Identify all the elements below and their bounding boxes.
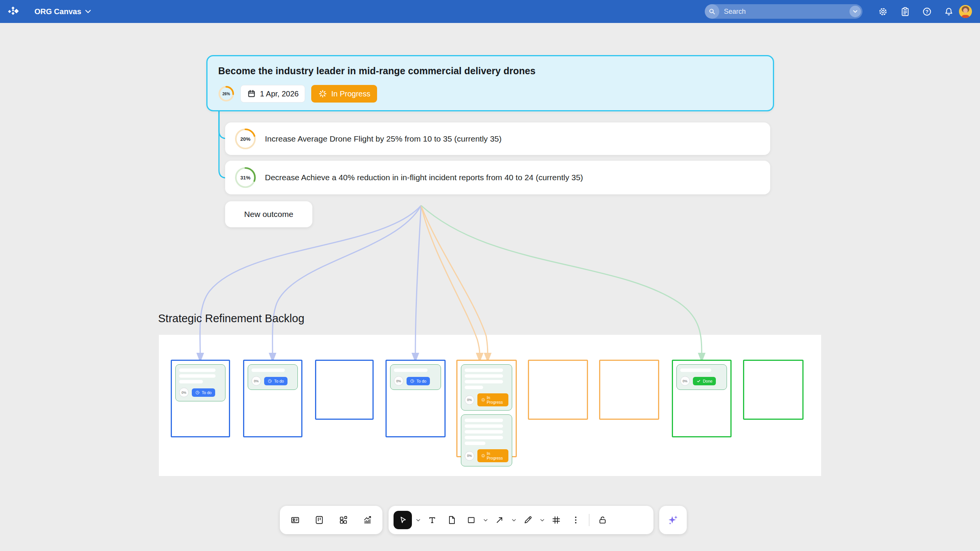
- tasks-clipboard-icon[interactable]: [900, 7, 910, 17]
- search-input[interactable]: [719, 8, 849, 16]
- backlog-card-5[interactable]: 0% In Progress 0% In Progress: [456, 360, 517, 457]
- clock-icon: [410, 379, 415, 383]
- chart-stats-icon[interactable]: [359, 512, 376, 528]
- item-progress-badge: 0%: [179, 388, 189, 397]
- shape-rectangle-icon[interactable]: [463, 512, 479, 528]
- outcome-card-2[interactable]: 31% Decrease Achieve a 40% reduction in …: [225, 161, 770, 194]
- placeholder-line: [465, 419, 503, 422]
- outcome-card-1[interactable]: 20% Increase Average Drone Flight by 25%…: [225, 122, 770, 155]
- backlog-card-2[interactable]: 0% To do: [243, 360, 302, 437]
- canvas-title-menu[interactable]: ORG Canvas: [34, 0, 91, 23]
- backlog-item[interactable]: 0% In Progress: [461, 414, 512, 466]
- backlog-card-6[interactable]: [528, 360, 588, 420]
- objective-due-date[interactable]: 1 Apr, 2026: [240, 85, 305, 103]
- backlog-card-8[interactable]: 0% Done: [672, 360, 732, 437]
- status-badge-todo[interactable]: To do: [192, 388, 215, 397]
- placeholder-line: [465, 368, 503, 372]
- backlog-card-3[interactable]: [315, 360, 374, 420]
- backlog-item[interactable]: 0% In Progress: [461, 364, 512, 411]
- placeholder-line: [465, 374, 503, 378]
- new-outcome-label: New outcome: [244, 210, 293, 219]
- placeholder-line: [394, 368, 428, 372]
- chevron-down-icon: [853, 10, 858, 13]
- cursor-select-icon[interactable]: [394, 511, 412, 529]
- backlog-card-1[interactable]: 0% To do: [171, 360, 230, 437]
- backlog-card-7[interactable]: [599, 360, 659, 420]
- objective-title: Become the industry leader in mid-range …: [218, 65, 762, 77]
- svg-text:31%: 31%: [240, 175, 251, 181]
- status-label: In Progress: [331, 90, 370, 98]
- toolbar-ai-group: [659, 506, 687, 534]
- item-footer: 0% In Progress: [465, 393, 508, 406]
- user-avatar[interactable]: [959, 5, 972, 18]
- placeholder-line: [465, 430, 503, 434]
- layout-blocks-icon[interactable]: [335, 512, 351, 528]
- placeholder-line: [179, 368, 216, 372]
- text-tool-icon[interactable]: [424, 512, 440, 528]
- backlog-section-title: Strategic Refinement Backlog: [158, 312, 304, 325]
- toolbar-tools-group: [389, 506, 653, 534]
- item-footer: 0% Done: [680, 376, 723, 386]
- kanban-board-icon[interactable]: [311, 512, 327, 528]
- cursor-options-chevron-icon[interactable]: [415, 519, 421, 522]
- clock-icon: [268, 379, 272, 383]
- placeholder-line: [680, 368, 711, 372]
- pen-icon[interactable]: [520, 512, 536, 528]
- item-progress-badge: 0%: [394, 376, 403, 386]
- placeholder-line: [252, 368, 285, 372]
- ai-sparkles-icon[interactable]: [665, 512, 681, 528]
- backlog-item[interactable]: 0% To do: [175, 364, 225, 401]
- status-badge-todo[interactable]: To do: [264, 377, 287, 385]
- avatar-shoulders: [961, 15, 970, 18]
- item-progress-badge: 0%: [680, 376, 690, 386]
- objective-status-badge[interactable]: In Progress: [311, 85, 377, 103]
- backlog-item[interactable]: 0% Done: [676, 364, 727, 390]
- placeholder-line: [179, 380, 203, 383]
- backlog-card-4[interactable]: 0% To do: [385, 360, 446, 437]
- avatar-face: [963, 8, 968, 13]
- toolbar-divider: [589, 514, 590, 526]
- objective-meta-row: 26% 1 Apr, 2026 In Progress: [218, 85, 762, 103]
- svg-text:26%: 26%: [222, 92, 230, 96]
- objective-progress-ring: 26%: [218, 86, 234, 102]
- outcome-1-progress-ring: 20%: [234, 128, 256, 150]
- arrow-connector-icon[interactable]: [492, 512, 508, 528]
- placeholder-line: [465, 442, 485, 445]
- due-date-label: 1 Apr, 2026: [260, 90, 299, 98]
- document-icon[interactable]: [444, 512, 460, 528]
- item-progress-badge: 0%: [465, 395, 474, 405]
- pen-options-chevron-icon[interactable]: [539, 519, 545, 522]
- outcome-1-text: Increase Average Drone Flight by 25% fro…: [265, 134, 501, 143]
- new-outcome-button[interactable]: New outcome: [225, 201, 312, 227]
- canvas-title: ORG Canvas: [34, 7, 81, 16]
- status-badge-done[interactable]: Done: [693, 377, 716, 385]
- shape-options-chevron-icon[interactable]: [483, 519, 488, 522]
- unlock-icon[interactable]: [595, 512, 611, 528]
- app-logo-icon[interactable]: [6, 5, 20, 18]
- calendar-icon: [247, 89, 256, 98]
- notifications-bell-icon[interactable]: [944, 7, 954, 17]
- outcome-2-progress-ring: 31%: [234, 166, 256, 189]
- placeholder-line: [179, 374, 216, 378]
- id-card-icon[interactable]: [287, 512, 303, 528]
- help-icon[interactable]: ?: [922, 7, 932, 17]
- settings-gear-icon[interactable]: [878, 7, 888, 17]
- placeholder-line: [465, 424, 503, 428]
- clock-icon: [195, 390, 200, 395]
- svg-text:20%: 20%: [240, 136, 251, 142]
- search-scope-dropdown[interactable]: [849, 6, 861, 17]
- search-bar[interactable]: [705, 4, 862, 19]
- objective-card[interactable]: Become the industry leader in mid-range …: [206, 55, 774, 111]
- arrow-options-chevron-icon[interactable]: [511, 519, 516, 522]
- search-icon: [705, 4, 719, 19]
- frame-grid-icon[interactable]: [548, 512, 564, 528]
- check-icon: [696, 379, 701, 383]
- status-badge-in-progress[interactable]: In Progress: [477, 393, 508, 406]
- backlog-item[interactable]: 0% To do: [248, 364, 298, 390]
- status-badge-todo[interactable]: To do: [407, 377, 430, 385]
- more-options-icon[interactable]: [568, 512, 584, 528]
- org-canvas-app: ORG Canvas ?: [0, 0, 980, 551]
- backlog-card-9[interactable]: [743, 360, 804, 420]
- status-badge-in-progress[interactable]: In Progress: [477, 449, 508, 462]
- backlog-item[interactable]: 0% To do: [390, 364, 441, 390]
